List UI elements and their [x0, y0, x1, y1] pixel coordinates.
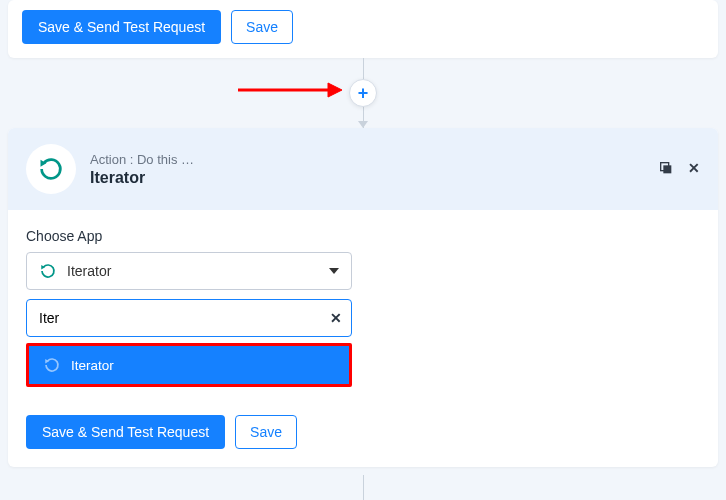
bottom-connector	[0, 475, 726, 500]
app-search-wrap: ✕	[26, 299, 352, 337]
app-dropdown: Iterator	[26, 343, 352, 387]
iterator-icon	[37, 155, 65, 183]
top-card: Save & Send Test Request Save	[8, 0, 718, 58]
action-footer: Save & Send Test Request Save	[8, 405, 718, 467]
chevron-down-icon	[329, 268, 339, 274]
add-step-button[interactable]: +	[349, 79, 377, 107]
plus-icon: +	[358, 83, 369, 104]
action-header[interactable]: Action : Do this … Iterator ✕	[8, 128, 718, 210]
top-button-row: Save & Send Test Request Save	[22, 10, 704, 44]
connector-line	[363, 475, 364, 500]
clear-search-icon[interactable]: ✕	[330, 310, 342, 326]
save-send-button[interactable]: Save & Send Test Request	[26, 415, 225, 449]
dropdown-item-label: Iterator	[71, 358, 114, 373]
dropdown-item-iterator[interactable]: Iterator	[29, 346, 349, 384]
step-connector: +	[0, 58, 726, 128]
app-select-value: Iterator	[67, 263, 111, 279]
iterator-icon	[43, 356, 61, 374]
header-text: Action : Do this … Iterator	[90, 152, 644, 187]
action-title: Iterator	[90, 169, 644, 187]
close-icon[interactable]: ✕	[688, 160, 700, 179]
choose-app-label: Choose App	[26, 228, 700, 244]
svg-marker-1	[328, 83, 342, 97]
action-body: Choose App Iterator ✕ Iterator	[8, 210, 718, 405]
connector-arrow-icon	[358, 121, 368, 128]
secondary-select[interactable]	[380, 342, 700, 382]
save-button[interactable]: Save	[231, 10, 293, 44]
copy-icon[interactable]	[658, 160, 674, 179]
app-badge	[26, 144, 76, 194]
app-search-input[interactable]	[26, 299, 352, 337]
app-select[interactable]: Iterator	[26, 252, 352, 290]
action-caption: Action : Do this …	[90, 152, 644, 167]
action-card: Action : Do this … Iterator ✕ Choose App…	[8, 128, 718, 467]
chevron-down-icon	[677, 359, 687, 365]
save-button[interactable]: Save	[235, 415, 297, 449]
header-actions: ✕	[658, 160, 700, 179]
svg-rect-3	[663, 165, 671, 173]
hint-arrow-icon	[238, 80, 342, 100]
iterator-icon	[39, 262, 57, 280]
save-send-button[interactable]: Save & Send Test Request	[22, 10, 221, 44]
